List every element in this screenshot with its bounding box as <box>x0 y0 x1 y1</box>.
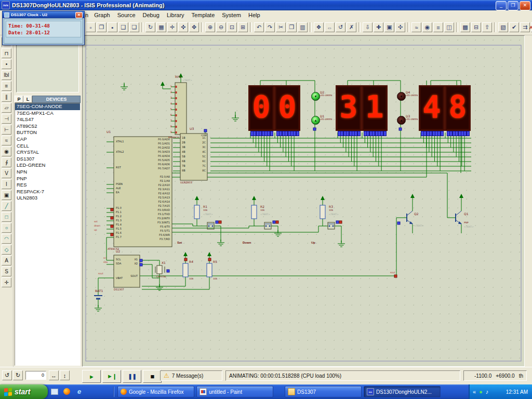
block-delete-icon[interactable]: ✗ <box>347 22 356 32</box>
device-item[interactable]: LED-GREEN <box>15 162 80 169</box>
minimize-button[interactable]: _ <box>496 1 507 10</box>
device-item[interactable]: RES <box>15 182 80 189</box>
device-item[interactable]: 7SEG-MPX1-CA <box>15 110 80 117</box>
mirror-x-button[interactable]: ↔ <box>49 370 59 380</box>
zoom-out-icon[interactable]: ⊖ <box>216 22 226 32</box>
device-item[interactable]: 74LS47 <box>15 116 80 123</box>
step-button[interactable]: ►❙ <box>102 370 121 383</box>
show-desktop-icon[interactable] <box>50 387 59 396</box>
2d-box-tool-icon[interactable]: □ <box>2 212 11 222</box>
device-pin-tool-icon[interactable]: ⊢ <box>2 125 11 135</box>
library-manager-button[interactable]: L <box>23 96 32 103</box>
toggle-grid-icon[interactable]: ▦ <box>156 22 166 32</box>
ie-quick-icon[interactable]: e <box>75 387 84 396</box>
device-item[interactable]: PNP <box>15 176 80 182</box>
search-tag-icon[interactable]: ◉ <box>422 22 432 32</box>
graph-tool-icon[interactable]: ≈ <box>2 136 11 145</box>
menu-system[interactable]: System <box>218 11 245 19</box>
menu-debug[interactable]: Debug <box>139 11 163 19</box>
erc-icon[interactable]: ✔ <box>509 22 519 32</box>
print-area-icon[interactable]: ❏ <box>129 22 139 32</box>
zoom-area-icon[interactable]: ⊞ <box>238 22 248 32</box>
2d-text-tool-icon[interactable]: A <box>2 256 11 265</box>
virtual-instrument-tool-icon[interactable]: ▣ <box>2 190 11 200</box>
menu-graph[interactable]: Graph <box>90 11 114 19</box>
save-file-icon[interactable]: ▪ <box>108 22 117 32</box>
device-item[interactable]: CRYSTAL <box>15 149 80 156</box>
open-file-icon[interactable]: ❐ <box>97 22 107 32</box>
subcircuit-tool-icon[interactable]: ▱ <box>2 103 11 113</box>
current-probe-tool-icon[interactable]: I <box>2 179 11 189</box>
text-script-tool-icon[interactable]: ≡ <box>2 81 11 91</box>
pan-icon[interactable]: ✥ <box>189 22 199 32</box>
generator-tool-icon[interactable]: ∮ <box>2 157 11 167</box>
new-sheet-icon[interactable]: ▩ <box>460 22 470 32</box>
stop-button[interactable]: ■ <box>143 370 162 383</box>
print-icon[interactable]: ❑ <box>118 22 128 32</box>
hidden-icons-chevron[interactable]: « <box>473 389 476 395</box>
cut-icon[interactable]: ✂ <box>276 22 286 32</box>
terminal-tool-icon[interactable]: ⊣ <box>2 114 11 124</box>
component-tool-icon[interactable]: ⊓ <box>2 48 11 58</box>
menu-template[interactable]: Template <box>188 11 219 19</box>
pick-devices-button[interactable]: P <box>15 96 23 103</box>
popup-close-icon[interactable]: ✕ <box>75 12 83 18</box>
close-button[interactable]: ✕ <box>520 1 530 10</box>
2d-marker-tool-icon[interactable]: ✛ <box>2 277 11 287</box>
2d-symbol-tool-icon[interactable]: S <box>2 267 11 276</box>
center-cursor-icon[interactable]: ✜ <box>178 22 188 32</box>
device-item[interactable]: 7SEG-COM-ANODE <box>15 103 80 110</box>
zoom-all-icon[interactable]: ⊡ <box>227 22 237 32</box>
copy-icon[interactable]: ❒ <box>287 22 297 32</box>
menu-help[interactable]: Help <box>245 11 264 19</box>
device-item[interactable]: RESPACK-7 <box>15 189 80 195</box>
taskbar-task[interactable]: untitled - Paint <box>196 386 273 397</box>
undo-icon[interactable]: ↶ <box>254 22 264 32</box>
block-rotate-icon[interactable]: ↺ <box>336 22 345 32</box>
packaging-icon[interactable]: ▣ <box>384 22 394 32</box>
mirror-y-button[interactable]: ↕ <box>60 370 70 380</box>
device-item[interactable]: AT89C52 <box>15 123 80 130</box>
block-copy-icon[interactable]: ❖ <box>314 22 324 32</box>
taskbar-task[interactable]: Google - Mozilla Firefox <box>117 386 194 397</box>
device-item[interactable]: NPN <box>15 169 80 176</box>
design-explorer-icon[interactable]: ◫ <box>444 22 454 32</box>
rotate-ccw-button[interactable]: ↺ <box>2 370 12 380</box>
menu-library[interactable]: Library <box>163 11 188 19</box>
ds1307-clock-popup[interactable]: DS1307 Clock - U2 ✕ Time: 00-31-48 Date:… <box>2 11 85 45</box>
bom-icon[interactable]: ▧ <box>498 22 508 32</box>
paste-icon[interactable]: ▥ <box>298 22 308 32</box>
wire-autorouter-icon[interactable]: ≈ <box>411 22 421 32</box>
remove-sheet-icon[interactable]: ⊟ <box>471 22 481 32</box>
play-button[interactable]: ► <box>82 370 101 383</box>
2d-line-tool-icon[interactable]: ╱ <box>2 201 11 211</box>
device-item[interactable]: CELL <box>15 143 80 150</box>
firefox-quick-icon[interactable] <box>62 387 71 396</box>
pick-device-icon[interactable]: ⇩ <box>363 22 373 32</box>
antivirus-tray-icon[interactable]: ● <box>479 389 483 395</box>
false-origin-icon[interactable]: ✛ <box>167 22 177 32</box>
taskbar-task[interactable]: DS1307 <box>285 386 362 397</box>
message-indicator[interactable]: ⚠ 7 Message(s) <box>160 370 222 381</box>
device-item[interactable]: DS1307 <box>15 156 80 163</box>
schematic-canvas[interactable]: 003148▼▲▼▲RP1RESPACK-7<TEXT>U3ULN2803COM… <box>82 35 525 367</box>
maximize-button[interactable]: ❐ <box>508 1 518 10</box>
redo-icon[interactable]: ↷ <box>265 22 275 32</box>
2d-circle-tool-icon[interactable]: ○ <box>2 223 11 233</box>
redraw-icon[interactable]: ↻ <box>145 22 155 32</box>
netlist-icon[interactable]: ⇉ <box>520 22 530 32</box>
zoom-in-icon[interactable]: ⊕ <box>205 22 215 32</box>
taskbar-task[interactable]: isisDS1307DongHoULN2... <box>364 386 441 397</box>
start-button[interactable]: start <box>0 384 48 399</box>
title-bar[interactable]: isis DS1307DongHoULN2803 - ISIS Professi… <box>0 0 532 10</box>
decompose-icon[interactable]: ✣ <box>395 22 405 32</box>
device-item[interactable]: BUTTON <box>15 129 80 136</box>
tape-recorder-tool-icon[interactable]: ◉ <box>2 147 11 156</box>
2d-arc-tool-icon[interactable]: ◠ <box>2 234 11 244</box>
volume-tray-icon[interactable]: ♪ <box>486 389 489 395</box>
device-item[interactable]: CAP <box>15 136 80 143</box>
device-item[interactable]: ULN2803 <box>15 195 80 202</box>
pause-button[interactable]: ❚❚ <box>123 370 141 383</box>
rotation-angle-input[interactable]: 0 <box>25 371 46 380</box>
property-tool-icon[interactable]: ≡ <box>433 22 443 32</box>
